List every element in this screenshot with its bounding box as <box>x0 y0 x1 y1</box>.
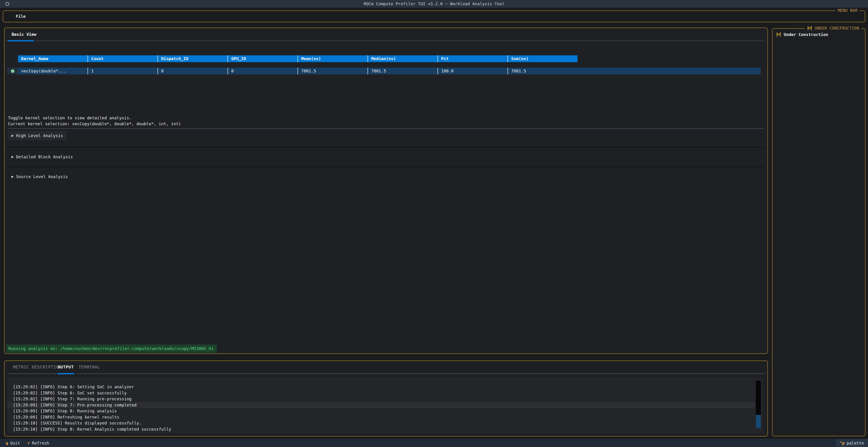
footer-bar: qQuitrRefresh ^ppalette <box>0 439 868 447</box>
tab-active-underline <box>58 373 74 374</box>
column-header-sum-ns[interactable]: Sum(ns) <box>507 55 578 62</box>
cell-pct: 100.0 <box>437 68 507 74</box>
collapsible-label: Detailed Block Analysis <box>16 154 73 159</box>
binding-label: Refresh <box>32 441 49 445</box>
cell-sum-ns: 7801.5 <box>507 68 578 74</box>
tab-basic-view[interactable]: Basic View <box>12 31 36 38</box>
tab-strip-underline <box>8 373 57 374</box>
log-line-highlighted: [15:29:09] [INFO] Step 7: Pre-processing… <box>7 402 755 408</box>
under-construction-frame-label: 🚧 UNDER CONSTRUCTION <box>805 26 861 31</box>
column-header-dispatch-id[interactable]: Dispatch_ID <box>158 55 227 62</box>
collapsible-high-level-analysis[interactable]: ▶ High Level Analysis <box>8 131 67 140</box>
log-line: [15:29:09] [INFO] Refreshing kernel resu… <box>7 414 763 420</box>
chevron-right-icon: ▶ <box>11 154 14 159</box>
under-construction-panel: 🚧 UNDER CONSTRUCTION 🚧 Under Constructio… <box>772 28 866 436</box>
log-line: [15:29:02] [INFO] Step 6: Setting SoC in… <box>7 384 763 390</box>
kernel-info-divider <box>7 128 764 129</box>
menu-bar-frame-label: MENU BAR <box>835 8 860 13</box>
status-running-analysis: Running analysis on: /home/xuchen/dev/ro… <box>6 345 217 353</box>
tab-strip-stub <box>6 40 8 41</box>
collapsible-label: High Level Analysis <box>16 133 63 138</box>
cell-count: 1 <box>88 68 158 74</box>
row-cells: vecCopy(double*... 1 0 0 7801.5 7801.5 1… <box>18 68 578 74</box>
log-line: [15:29:02] [INFO] Step 7: Running pre-pr… <box>7 396 763 402</box>
column-header-count[interactable]: Count <box>88 55 158 62</box>
key-q: q <box>6 441 8 445</box>
chevron-right-icon: ▶ <box>11 174 14 179</box>
tab-strip-underline <box>35 40 765 41</box>
binding-quit[interactable]: qQuit <box>6 439 20 447</box>
footer-bindings: qQuitrRefresh <box>6 439 57 447</box>
log-scrollbar-thumb[interactable] <box>756 415 761 428</box>
rocm-profiler-tui: ROCm Compute Profiler TUI v3.2.0 — Workl… <box>0 0 868 447</box>
row-select-cell[interactable] <box>7 68 18 74</box>
collapsible-detailed-block-analysis[interactable]: ▶ Detailed Block Analysis <box>8 152 76 161</box>
column-header-median-ns[interactable]: Median(ns) <box>368 55 437 62</box>
log-line: [15:29:10] [INFO] Step 8: Kernel Analysi… <box>7 426 763 433</box>
section-divider <box>7 147 764 147</box>
table-row[interactable]: vecCopy(double*... 1 0 0 7801.5 7801.5 1… <box>7 68 761 74</box>
cell-median-ns: 7801.5 <box>368 68 437 74</box>
cell-kernel-name: vecCopy(double*... <box>18 68 88 74</box>
cell-gpu-id: 0 <box>227 68 298 74</box>
log-line: [15:29:09] [INFO] Step 8: Running analys… <box>7 408 763 414</box>
column-header-gpu-id[interactable]: GPU_ID <box>227 55 298 62</box>
cell-mean-ns: 7801.5 <box>298 68 368 74</box>
kernel-table-header: Kernel_Name Count Dispatch_ID GPU_ID Mea… <box>18 55 578 62</box>
tab-output[interactable]: OUTPUT <box>58 364 74 370</box>
chevron-right-icon: ▶ <box>11 133 14 138</box>
under-construction-text: 🚧 Under Construction <box>776 31 828 38</box>
section-divider <box>7 167 764 167</box>
tab-metric-description[interactable]: METRIC DESCRIPTION <box>13 364 62 370</box>
selected-row-dot-icon <box>11 69 14 73</box>
menu-bar: MENU BAR File <box>3 10 865 22</box>
main-panel: Basic View Kernel_Name Count Dispatch_ID… <box>4 28 768 354</box>
command-palette-button[interactable]: ^ppalette <box>835 439 868 447</box>
collapsible-source-level-analysis[interactable]: ▶ Source Level Analysis <box>8 172 71 181</box>
collapsible-label: Source Level Analysis <box>16 174 68 179</box>
binding-label: Quit <box>10 441 20 445</box>
kernel-toggle-hint: Toggle kernel selection to view detailed… <box>8 115 131 121</box>
key-ctrl-p: ^p <box>840 441 845 445</box>
log-line: [15:29:10] [SUCCESS] Results displayed s… <box>7 420 763 426</box>
row-tail <box>578 68 761 74</box>
key-r: r <box>27 441 30 445</box>
output-log[interactable]: [15:29:02] [INFO] Step 6: Setting SoC in… <box>7 378 763 433</box>
column-header-kernel-name[interactable]: Kernel_Name <box>18 55 88 62</box>
tab-strip-underline <box>76 373 765 374</box>
log-line: [15:29:02] [INFO] Step 6: SoC set succes… <box>7 390 763 396</box>
app-title: ROCm Compute Profiler TUI v3.2.0 — Workl… <box>0 0 868 8</box>
kernel-current-selection: Current kernel selection: vecCopy(double… <box>8 121 181 127</box>
cell-dispatch-id: 0 <box>158 68 227 74</box>
tab-active-underline <box>8 40 34 41</box>
menu-item-file[interactable]: File <box>13 11 28 22</box>
bottom-panel: METRIC DESCRIPTION OUTPUT TERMINAL [15:2… <box>4 360 768 437</box>
column-header-mean-ns[interactable]: Mean(ns) <box>298 55 368 62</box>
title-bar: ROCm Compute Profiler TUI v3.2.0 — Workl… <box>0 0 868 8</box>
palette-label: palette <box>846 441 864 445</box>
binding-refresh[interactable]: rRefresh <box>27 439 49 447</box>
tab-terminal[interactable]: TERMINAL <box>79 364 100 370</box>
log-scrollbar[interactable] <box>756 381 761 428</box>
column-header-pct[interactable]: Pct <box>437 55 507 62</box>
